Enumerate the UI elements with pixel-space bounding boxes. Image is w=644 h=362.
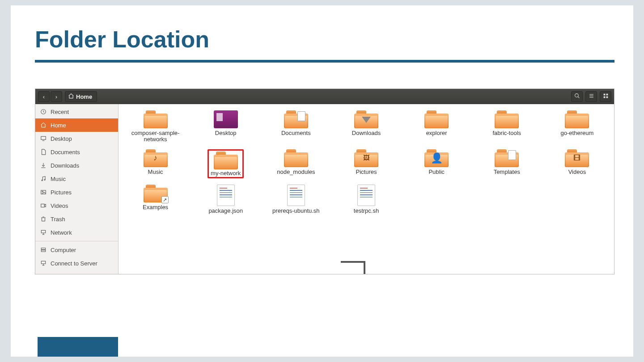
sidebar-item-label: Computer [51,247,76,253]
sidebar-item-recent[interactable]: Recent [35,105,118,118]
sidebar-item-connect-server[interactable]: Connect to Server [35,257,118,270]
item-label: testrpc.sh [354,208,379,214]
sidebar-item-videos[interactable]: Videos [35,199,118,212]
sidebar-item-computer[interactable]: Computer [35,243,118,257]
sidebar-item-label: Recent [51,109,69,115]
pictures-folder-icon: 🖼 [354,149,378,167]
folder-item[interactable]: go-ethereum [544,110,610,143]
sidebar-item-label: Trash [51,216,65,223]
title-underline [35,60,614,63]
sidebar-item-label: Network [51,229,72,236]
item-label: composer-sample-networks [124,130,187,143]
folder-icon [565,110,589,128]
nav-button-group: ‹ › [38,91,62,102]
text-file-icon [357,185,375,206]
slide-title: Folder Location [35,26,209,53]
folder-item[interactable]: Downloads [333,110,399,143]
folder-icon [144,110,168,128]
sidebar-item-documents[interactable]: Documents [35,145,118,159]
templates-folder-icon [495,149,519,167]
folder-item[interactable]: 👤 Public [403,149,470,178]
folder-item[interactable]: Templates [474,149,540,178]
list-view-button[interactable] [585,91,597,102]
file-item[interactable]: prereqs-ubuntu.sh [263,185,329,214]
file-manager-window: ‹ › Home [35,88,614,274]
sidebar-item-network[interactable]: Network [35,226,118,239]
file-grid: composer-sample-networks Desktop Documen… [122,110,610,214]
music-icon [40,175,47,182]
sidebar-item-home[interactable]: Home [35,118,118,132]
sidebar-item-desktop[interactable]: Desktop [35,132,118,145]
text-file-icon [287,185,305,206]
text-file-icon [217,185,235,206]
downloads-folder-icon [354,110,378,128]
videos-icon [40,202,47,209]
item-label: Videos [568,169,586,175]
item-label: Templates [494,169,520,175]
sidebar-item-downloads[interactable]: Downloads [35,159,118,172]
folder-item[interactable]: Desktop [192,110,259,143]
sidebar-item-label: Videos [51,202,68,209]
server-icon [40,260,47,267]
documents-icon [40,148,47,156]
item-label: go-ethereum [561,130,594,136]
chevron-left-icon: ‹ [43,93,45,100]
item-label: Music [148,169,163,175]
sidebar-item-music[interactable]: Music [35,172,118,185]
folder-item-highlighted[interactable]: my-network [192,149,259,178]
clock-icon [40,108,47,115]
folder-item[interactable]: composer-sample-networks [122,110,189,143]
item-label: Examples [143,204,168,210]
svg-rect-8 [606,97,608,98]
sidebar-separator [35,241,118,241]
file-item[interactable]: package.json [192,185,259,214]
back-button[interactable]: ‹ [38,91,50,102]
item-label: Pictures [356,169,377,175]
item-label: my-network [211,170,241,177]
svg-point-15 [42,191,43,192]
svg-rect-20 [41,261,45,264]
sidebar-item-label: Downloads [51,162,79,169]
computer-icon [40,246,47,253]
sidebar-item-trash[interactable]: Trash [35,212,118,226]
folder-item[interactable]: Documents [263,110,329,143]
folder-item[interactable]: ♪ Music [122,149,189,178]
home-icon [68,93,74,101]
item-label: Public [428,169,444,175]
svg-rect-14 [41,190,46,194]
folder-icon [495,110,519,128]
item-label: node_modules [277,169,315,175]
item-label: package.json [208,208,243,214]
location-breadcrumb[interactable]: Home [65,91,97,102]
folder-icon [424,110,449,128]
grid-view-button[interactable] [600,91,611,102]
folder-item[interactable]: fabric-tools [474,110,540,143]
sidebar-item-label: Home [51,122,66,129]
svg-rect-6 [606,94,608,96]
folder-item[interactable]: 🖼 Pictures [333,149,399,178]
folder-item[interactable]: ↗ Examples [122,185,189,214]
highlight-box: my-network [208,149,244,178]
item-label: Downloads [352,130,381,136]
folder-item[interactable]: node_modules [263,149,329,178]
svg-rect-16 [41,204,45,207]
search-button[interactable] [571,91,583,102]
annotation-arrow [339,261,370,274]
places-sidebar: Recent Home Desktop Documents Downloads [35,104,119,274]
file-manager-toolbar: ‹ › Home [35,89,614,104]
sidebar-item-label: Music [51,176,66,182]
breadcrumb-label: Home [76,93,92,100]
downloads-icon [40,162,47,169]
folder-item[interactable]: 🎞 Videos [544,149,610,178]
file-item[interactable]: testrpc.sh [333,185,399,214]
sidebar-item-pictures[interactable]: Pictures [35,185,118,199]
folder-item[interactable]: explorer [403,110,470,143]
desktop-icon [40,135,47,142]
trash-icon [40,215,47,223]
svg-rect-10 [41,136,46,139]
forward-button[interactable]: › [51,91,62,102]
search-icon [574,93,580,100]
sidebar-item-label: Desktop [51,135,72,142]
svg-rect-17 [41,230,45,233]
sidebar-item-label: Connect to Server [51,260,97,267]
